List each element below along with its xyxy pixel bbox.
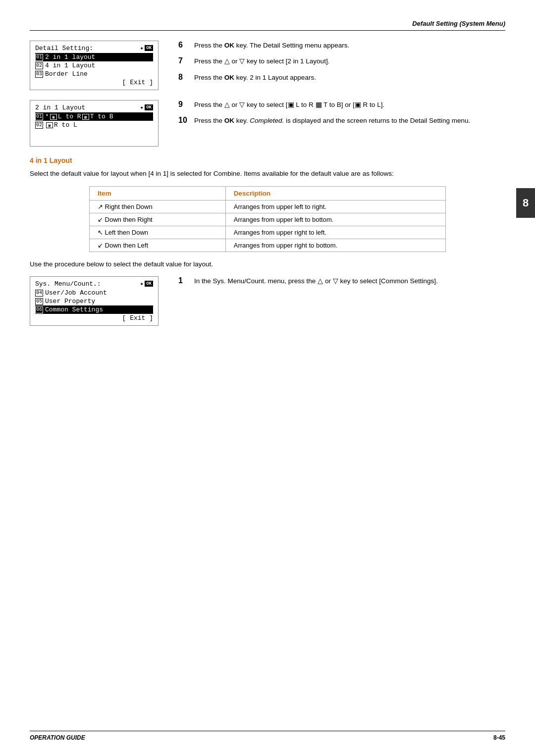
page: Default Setting (System Menu) 8 Detail S… <box>0 0 535 756</box>
ok-badge1: OK <box>145 45 153 51</box>
lcd-text-03: Border Line <box>45 70 88 78</box>
procedure-intro: Use the procedure below to select the de… <box>30 259 505 270</box>
step-10-text: Press the OK key. Completed. is displaye… <box>194 116 470 126</box>
top-section: Detail Setting: ✦ OK 01 2 in 1 layout 02… <box>30 41 505 90</box>
lcd3-text-05: User Property <box>45 298 95 305</box>
step-9-text: Press the △ or ▽ key to select [▣ L to R… <box>194 100 384 110</box>
page-header: Default Setting (System Menu) <box>30 20 505 31</box>
lcd-screen3: Sys. Menu/Count.: ✦ OK 04 User/Job Accou… <box>30 276 159 326</box>
nav-icon3: ✦ <box>140 280 144 288</box>
step-proc-1-text: In the Sys. Menu/Count. menu, press the … <box>194 276 438 286</box>
lcd2-star: * <box>45 113 49 120</box>
lcd2-spacer2 <box>35 136 153 143</box>
lcd-num-01: 01 <box>35 54 43 61</box>
nav-icon2: ✦ <box>140 103 144 111</box>
table-cell-desc: Arranges from upper right to left. <box>225 226 445 239</box>
lcd-text-01: 2 in 1 layout <box>45 53 95 61</box>
lcd3-row-1: 04 User/Job Account <box>35 289 153 297</box>
lcd2-spacer <box>35 129 153 136</box>
screen3-col: Sys. Menu/Count.: ✦ OK 04 User/Job Accou… <box>30 276 168 326</box>
step-6-text: Press the OK key. The Detail Setting men… <box>194 41 349 50</box>
table-row: ↖ Left then DownArranges from upper righ… <box>90 226 446 239</box>
table-row: ↗ Right then DownArranges from upper lef… <box>90 200 446 213</box>
lcd-row-2: 02 4 in 1 Layout <box>35 61 153 70</box>
step-8: 8 Press the OK key. 2 in 1 Layout appear… <box>178 73 505 83</box>
step-10: 10 Press the OK key. Completed. is displ… <box>178 116 505 126</box>
lcd2-num-02: 02 <box>35 122 43 129</box>
screen1-nav: ✦ OK <box>140 44 153 52</box>
lcd2-row-2: 02 ▣ R to L <box>35 121 153 129</box>
steps-col3: 1 In the Sys. Menu/Count. menu, press th… <box>178 276 505 326</box>
middle-section: 2 in 1 Layout ✦ OK 01 * ▣ L to R ▦ T to … <box>30 100 505 147</box>
step-8-text: Press the OK key. 2 in 1 Layout appears. <box>194 73 316 83</box>
lcd2-ltor: L to R <box>58 113 81 120</box>
lcd-screen1: Detail Setting: ✦ OK 01 2 in 1 layout 02… <box>30 41 159 90</box>
lcd2-ttob: T to B <box>90 113 113 120</box>
table-cell-item: ↙ Down then Right <box>90 213 226 226</box>
lcd2-icon2: ▦ <box>82 114 89 120</box>
step-6-num: 6 <box>178 41 189 50</box>
col-desc-header: Description <box>225 186 445 200</box>
table-cell-desc: Arranges from upper left to right. <box>225 200 445 213</box>
screen2-col: 2 in 1 Layout ✦ OK 01 * ▣ L to R ▦ T to … <box>30 100 168 147</box>
section-body: Select the default value for layout when… <box>30 168 505 179</box>
section-heading: 4 in 1 Layout <box>30 156 505 164</box>
step-7: 7 Press the △ or ▽ key to select [2 in 1… <box>178 56 505 66</box>
layout-table: Item Description ↗ Right then DownArrang… <box>89 186 446 252</box>
screen3-nav: ✦ OK <box>140 280 153 288</box>
lcd3-num-06: 06 <box>35 306 43 313</box>
lcd-screen2: 2 in 1 Layout ✦ OK 01 * ▣ L to R ▦ T to … <box>30 100 159 147</box>
table-cell-desc: Arranges from upper right to bottom. <box>225 239 445 252</box>
ok-badge2: OK <box>145 104 153 110</box>
lcd-num-02: 02 <box>35 62 43 69</box>
header-title: Default Setting (System Menu) <box>412 20 505 27</box>
step-9-num: 9 <box>178 100 189 109</box>
lcd-text-02: 4 in 1 Layout <box>45 62 95 69</box>
steps-col1: 6 Press the OK key. The Detail Setting m… <box>178 41 505 90</box>
lcd-exit1: [ Exit ] <box>122 79 153 86</box>
lcd-row-3: 03 Border Line <box>35 70 153 78</box>
screen1-title: Detail Setting: <box>35 45 93 52</box>
col-item-header: Item <box>90 186 226 200</box>
section-tab: 8 <box>516 188 535 218</box>
screen2-nav: ✦ OK <box>140 103 153 111</box>
nav-icon1: ✦ <box>140 44 144 52</box>
screen1-col: Detail Setting: ✦ OK 01 2 in 1 layout 02… <box>30 41 168 90</box>
ok-badge3: OK <box>145 281 153 287</box>
lcd3-exit: [ Exit ] <box>122 314 153 322</box>
bottom-section: Sys. Menu/Count.: ✦ OK 04 User/Job Accou… <box>30 276 505 326</box>
lcd3-text-04: User/Job Account <box>45 289 107 297</box>
lcd2-icon1: ▣ <box>50 114 57 120</box>
lcd2-rtol: R to L <box>54 121 77 129</box>
footer-right: 8-45 <box>493 734 505 741</box>
lcd-exit-row: [ Exit ] <box>35 78 153 87</box>
lcd2-num-01: 01 <box>35 113 43 120</box>
steps-col2: 9 Press the △ or ▽ key to select [▣ L to… <box>178 100 505 147</box>
step-8-num: 8 <box>178 73 189 82</box>
lcd2-icon3: ▣ <box>46 122 53 128</box>
lcd2-row-1: 01 * ▣ L to R ▦ T to B <box>35 112 153 121</box>
lcd3-exit-row: [ Exit ] <box>35 314 153 322</box>
step-10-num: 10 <box>178 116 189 125</box>
table-cell-item: ↗ Right then Down <box>90 200 226 213</box>
table-header-row: Item Description <box>90 186 446 200</box>
step-6: 6 Press the OK key. The Detail Setting m… <box>178 41 505 50</box>
step-7-num: 7 <box>178 56 189 65</box>
table-row: ↙ Down then RightArranges from upper lef… <box>90 213 446 226</box>
table-cell-item: ↖ Left then Down <box>90 226 226 239</box>
step-7-text: Press the △ or ▽ key to select [2 in 1 L… <box>194 56 329 66</box>
lcd3-num-04: 04 <box>35 290 43 297</box>
lcd-num-03: 03 <box>35 71 43 78</box>
footer-left: OPERATION GUIDE <box>30 734 85 741</box>
page-footer: OPERATION GUIDE 8-45 <box>30 731 505 741</box>
table-row: ↙ Down then LeftArranges from upper righ… <box>90 239 446 252</box>
step-proc-1: 1 In the Sys. Menu/Count. menu, press th… <box>178 276 505 286</box>
lcd3-row-2: 05 User Property <box>35 297 153 305</box>
lcd3-text-06: Common Settings <box>45 306 103 313</box>
lcd3-num-05: 05 <box>35 298 43 305</box>
table-cell-desc: Arranges from upper left to bottom. <box>225 213 445 226</box>
lcd3-row-3: 06 Common Settings <box>35 305 153 314</box>
step-9: 9 Press the △ or ▽ key to select [▣ L to… <box>178 100 505 110</box>
screen3-title: Sys. Menu/Count.: <box>35 280 101 288</box>
screen2-title: 2 in 1 Layout <box>35 104 85 111</box>
